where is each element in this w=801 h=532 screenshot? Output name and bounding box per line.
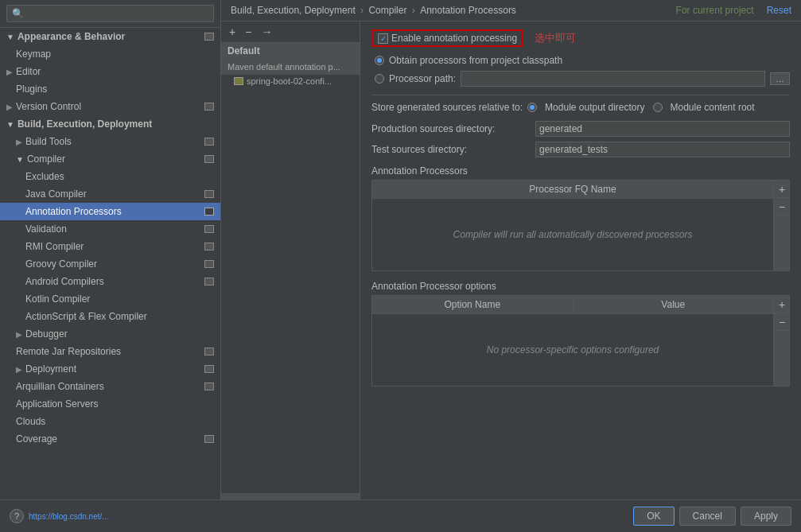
sidebar-item-debugger[interactable]: ▶ Debugger <box>0 325 220 343</box>
horizontal-scrollbar[interactable] <box>221 493 360 499</box>
store-sources-row: Store generated sources relative to: Mod… <box>371 95 790 113</box>
remove-annotation-processor-button[interactable]: − <box>774 198 790 216</box>
page-icon <box>204 365 214 373</box>
annotation-processors-table-side: + − <box>773 181 789 270</box>
sidebar-item-kotlin-compiler[interactable]: Kotlin Compiler <box>0 290 220 308</box>
folder-icon <box>234 77 243 85</box>
copy-processor-button[interactable]: → <box>258 25 275 39</box>
sidebar-item-version-control[interactable]: ▶ Version Control <box>0 98 220 115</box>
sidebar-item-appearance[interactable]: ▼ Appearance & Behavior <box>0 28 220 45</box>
add-annotation-processor-button[interactable]: + <box>774 181 790 198</box>
sidebar-item-build-execution[interactable]: ▼ Build, Execution, Deployment <box>0 115 220 133</box>
test-sources-label: Test sources directory: <box>371 144 531 155</box>
ok-button[interactable]: OK <box>633 507 674 526</box>
annotation-options-table: Option Name Value No processor-specific … <box>372 296 773 386</box>
sidebar-item-label: RMI Compiler <box>25 241 84 252</box>
enable-annotation-label: Enable annotation processing <box>391 33 517 44</box>
annotation-options-table-wrapper: Option Name Value No processor-specific … <box>371 295 790 386</box>
search-box <box>0 0 220 28</box>
annotation-options-section-title: Annotation Processor options <box>371 281 790 292</box>
sidebar-item-android-compilers[interactable]: Android Compilers <box>0 273 220 290</box>
processors-default-header[interactable]: Default <box>221 43 360 59</box>
sidebar: ▼ Appearance & Behavior Keymap ▶ Editor … <box>0 0 221 499</box>
page-icon <box>204 33 214 41</box>
add-processor-button[interactable]: + <box>226 25 239 39</box>
sidebar-item-rmi-compiler[interactable]: RMI Compiler <box>0 238 220 255</box>
remove-processor-button[interactable]: − <box>242 25 255 39</box>
breadcrumb-bar: Build, Execution, Deployment › Compiler … <box>221 0 801 21</box>
add-option-button[interactable]: + <box>774 296 790 313</box>
sidebar-item-groovy-compiler[interactable]: Groovy Compiler <box>0 255 220 273</box>
annotation-processors-table-body: Compiler will run all automatically disc… <box>372 199 773 270</box>
sidebar-item-app-servers[interactable]: Application Servers <box>0 395 220 413</box>
reset-link[interactable]: Reset <box>767 5 791 16</box>
processors-list: Default Maven default annotation p... sp… <box>221 43 360 493</box>
processors-maven-item[interactable]: Maven default annotation p... <box>221 59 360 75</box>
page-icon <box>204 225 214 233</box>
search-input[interactable] <box>6 5 214 22</box>
apply-button[interactable]: Apply <box>741 507 791 526</box>
sidebar-item-remote-jar[interactable]: Remote Jar Repositories <box>0 343 220 360</box>
sidebar-item-arquillian[interactable]: Arquillian Containers <box>0 378 220 395</box>
chinese-note: 选中即可 <box>535 31 576 45</box>
arrow-icon: ▶ <box>16 365 22 374</box>
sidebar-item-editor[interactable]: ▶ Editor <box>0 63 220 80</box>
cancel-button[interactable]: Cancel <box>679 507 736 526</box>
page-icon <box>204 208 214 216</box>
obtain-processors-label: Obtain processors from project classpath <box>389 55 562 66</box>
breadcrumb-sep1: › <box>360 5 366 16</box>
page-icon <box>204 103 214 111</box>
production-sources-label: Production sources directory: <box>371 123 531 134</box>
sidebar-item-java-compiler[interactable]: Java Compiler <box>0 185 220 203</box>
sidebar-item-label: Java Compiler <box>25 188 87 200</box>
sidebar-item-deployment[interactable]: ▶ Deployment <box>0 360 220 378</box>
production-sources-input[interactable] <box>535 121 790 137</box>
page-icon <box>204 190 214 198</box>
sidebar-item-keymap[interactable]: Keymap <box>0 45 220 63</box>
arrow-icon: ▶ <box>16 138 22 146</box>
processor-path-browse-button[interactable]: … <box>770 72 790 85</box>
sidebar-item-clouds[interactable]: Clouds <box>0 413 220 430</box>
sidebar-item-label: Appearance & Behavior <box>17 31 125 42</box>
obtain-processors-radio[interactable] <box>375 56 384 65</box>
sidebar-item-label: Validation <box>25 223 67 235</box>
sidebar-item-label: Deployment <box>25 363 76 375</box>
sidebar-item-label: Excludes <box>25 171 64 182</box>
processor-path-input[interactable] <box>461 71 765 87</box>
module-content-radio[interactable] <box>653 103 663 112</box>
annotation-processors-section-title: Annotation Processors <box>371 165 790 177</box>
page-icon <box>204 278 214 285</box>
sidebar-item-label: Application Servers <box>16 398 98 410</box>
page-icon <box>204 348 214 355</box>
sidebar-item-validation[interactable]: Validation <box>0 220 220 238</box>
arrow-icon: ▶ <box>6 68 13 76</box>
sidebar-item-annotation-processors[interactable]: Annotation Processors <box>0 203 220 220</box>
enable-annotation-checkbox[interactable] <box>378 33 388 44</box>
sidebar-item-actionscript-compiler[interactable]: ActionScript & Flex Compiler <box>0 308 220 325</box>
sidebar-tree: ▼ Appearance & Behavior Keymap ▶ Editor … <box>0 28 220 499</box>
sidebar-item-compiler[interactable]: ▼ Compiler <box>0 150 220 168</box>
sidebar-item-excludes[interactable]: Excludes <box>0 168 220 185</box>
arrow-icon: ▼ <box>16 155 24 164</box>
remove-option-button[interactable]: − <box>774 313 790 331</box>
sidebar-item-label: Debugger <box>25 328 68 340</box>
dialog-body: ▼ Appearance & Behavior Keymap ▶ Editor … <box>0 0 801 499</box>
processor-path-radio[interactable] <box>375 74 384 83</box>
processors-spring-item[interactable]: spring-boot-02-confi... <box>221 75 360 87</box>
annotation-options-table-side: + − <box>773 296 789 386</box>
content-panels: + − → Default Maven default annotation p… <box>221 21 801 499</box>
store-sources-radio-group: Module output directory Module content r… <box>527 102 754 113</box>
sidebar-item-label: ActionScript & Flex Compiler <box>25 311 147 322</box>
help-button[interactable]: ? <box>10 509 24 523</box>
sidebar-item-label: Editor <box>16 66 41 77</box>
sidebar-item-label: Arquillian Containers <box>16 381 104 392</box>
arrow-icon: ▼ <box>6 33 14 41</box>
sidebar-item-build-tools[interactable]: ▶ Build Tools <box>0 133 220 150</box>
module-output-radio[interactable] <box>527 103 537 112</box>
sidebar-item-plugins[interactable]: Plugins <box>0 80 220 98</box>
test-sources-input[interactable] <box>535 142 790 157</box>
page-icon <box>204 260 214 268</box>
sidebar-item-coverage[interactable]: Coverage <box>0 430 220 448</box>
sidebar-item-label: Build, Execution, Deployment <box>17 118 152 130</box>
breadcrumb: Build, Execution, Deployment › Compiler … <box>231 5 516 16</box>
